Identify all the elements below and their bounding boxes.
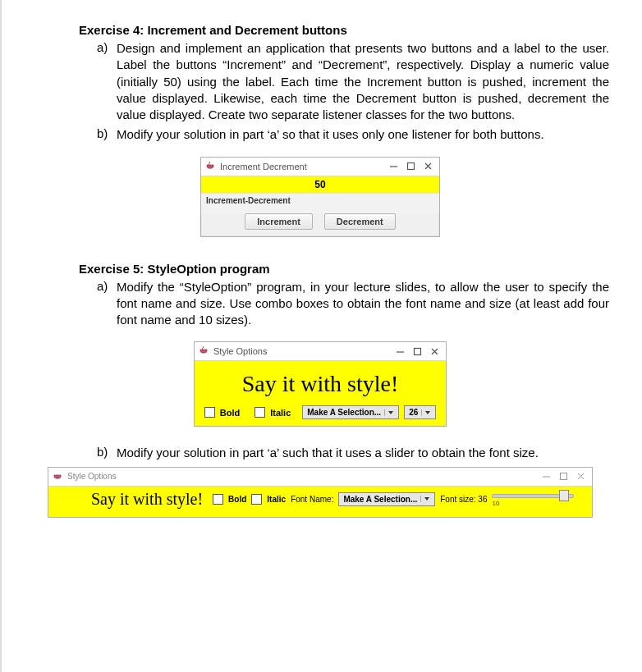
- window-titlebar: Increment Decrement: [201, 158, 439, 176]
- slider-tick-10: 10: [492, 500, 499, 507]
- close-icon[interactable]: [424, 162, 433, 171]
- close-icon[interactable]: [430, 347, 439, 356]
- window-titlebar: Style Options: [48, 468, 592, 487]
- close-icon[interactable]: [576, 472, 585, 481]
- list-marker: b): [97, 126, 117, 143]
- exercise5-item-a: a) Modify the “StyleOption” program, in …: [97, 279, 609, 329]
- bold-checkbox[interactable]: [204, 407, 215, 418]
- chevron-down-icon: [421, 409, 433, 416]
- exercise5-item-b: b) Modify your solution in part ‘a’ such…: [97, 445, 609, 461]
- exercise4-heading: Exercise 4: Increment and Decrement butt…: [79, 23, 609, 37]
- fontsize-combo[interactable]: 26: [404, 405, 436, 419]
- fontname-combo-value: Make A Selection...: [307, 408, 381, 417]
- fontsize-combo-value: 26: [409, 408, 418, 417]
- minimize-icon[interactable]: [542, 472, 551, 481]
- fontsize-slider[interactable]: 10: [492, 491, 574, 501]
- decrement-button[interactable]: Decrement: [324, 213, 396, 230]
- styleoptions-window: Style Options Say it with style! Bold It…: [194, 341, 447, 427]
- exercise4-b-text: Modify your solution in part ‘a’ so that…: [117, 126, 609, 143]
- italic-checkbox[interactable]: [251, 494, 262, 505]
- exercise4-item-a: a) Design and implement an application t…: [97, 40, 609, 123]
- java-cup-icon: [204, 161, 216, 172]
- maximize-icon[interactable]: [559, 472, 568, 481]
- counter-value: 50: [201, 176, 439, 193]
- bold-label: Bold: [228, 495, 246, 504]
- italic-checkbox[interactable]: [255, 407, 265, 418]
- svg-rect-1: [408, 163, 415, 170]
- exercise4-item-b: b) Modify your solution in part ‘a’ so t…: [97, 126, 609, 143]
- chevron-down-icon: [420, 496, 433, 502]
- fontname-combo-value: Make A Selection...: [343, 495, 417, 504]
- fontname-combo[interactable]: Make A Selection...: [302, 405, 399, 419]
- bold-checkbox[interactable]: [213, 494, 223, 505]
- window-title: Style Options: [213, 346, 392, 356]
- exercise5-heading: Exercise 5: StyleOption program: [79, 262, 609, 276]
- bold-label: Bold: [220, 408, 240, 418]
- fontname-combo[interactable]: Make A Selection...: [338, 492, 435, 506]
- minimize-icon[interactable]: [396, 347, 405, 356]
- font-size-label: Font size: 36: [440, 495, 487, 504]
- svg-rect-9: [561, 473, 567, 480]
- italic-label: Italic: [270, 408, 291, 418]
- list-marker: b): [97, 445, 117, 461]
- maximize-icon[interactable]: [413, 347, 422, 356]
- window-title: Increment Decrement: [220, 162, 386, 171]
- style-headline: Say it with style!: [199, 371, 441, 397]
- java-cup-icon: [198, 345, 209, 357]
- minimize-icon[interactable]: [389, 162, 398, 171]
- svg-rect-5: [415, 348, 421, 354]
- style-headline: Say it with style!: [91, 490, 203, 509]
- font-name-label: Font Name:: [291, 495, 333, 504]
- exercise5-b-text: Modify your solution in part ‘a’ such th…: [117, 445, 609, 461]
- incdec-window: Increment Decrement 50 Increment-Decreme…: [200, 157, 440, 237]
- italic-label: Italic: [267, 495, 286, 504]
- list-marker: a): [97, 40, 117, 123]
- chevron-down-icon: [384, 409, 397, 416]
- styleoptions-slider-window: Style Options Say it with style! Bold It…: [48, 467, 593, 518]
- window-title: Style Options: [67, 472, 539, 481]
- window-titlebar: Style Options: [195, 342, 446, 361]
- incdec-tab-label: Increment-Decrement: [201, 193, 439, 213]
- slider-thumb[interactable]: [559, 490, 569, 501]
- java-cup-icon: [52, 471, 63, 482]
- increment-button[interactable]: Increment: [245, 213, 313, 230]
- maximize-icon[interactable]: [406, 162, 415, 171]
- exercise5-a-text: Modify the “StyleOption” program, in you…: [117, 279, 609, 329]
- document-page: Exercise 4: Increment and Decrement butt…: [0, 0, 642, 672]
- exercise4-a-text: Design and implement an application that…: [117, 40, 609, 123]
- list-marker: a): [97, 279, 117, 329]
